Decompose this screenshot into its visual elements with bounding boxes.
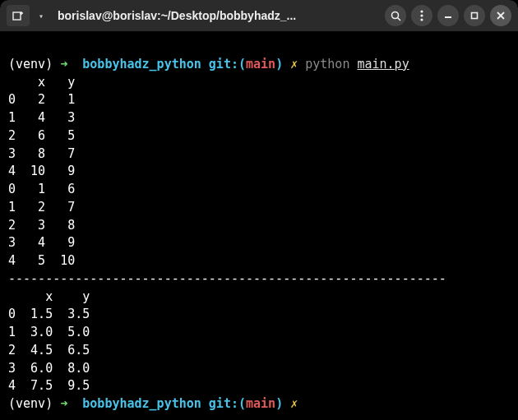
svg-point-6 (420, 14, 423, 16)
prompt-arrow-icon: ➜ (60, 396, 67, 411)
git-branch: main (246, 57, 275, 72)
venv-label: (venv) (8, 396, 53, 411)
df2-row: 4 7.5 9.5 (8, 378, 90, 393)
cmd-python: python (305, 57, 349, 72)
prompt-arrow-icon: ➜ (60, 57, 67, 72)
svg-point-3 (391, 12, 398, 18)
df2-row: 3 6.0 8.0 (8, 361, 90, 376)
minimize-button[interactable] (437, 5, 459, 26)
df1-row: 2 6 5 (8, 128, 75, 143)
dirty-icon: ✗ (290, 396, 298, 411)
svg-rect-9 (472, 13, 478, 19)
svg-rect-0 (13, 12, 21, 20)
df1-row: 3 8 7 (8, 146, 75, 161)
df1-header: x y (8, 75, 75, 90)
git-close: ) (275, 57, 283, 72)
df1-row: 0 2 1 (8, 92, 75, 107)
dirty-icon: ✗ (290, 57, 298, 72)
git-label: git:( (209, 396, 246, 411)
df1-row: 1 2 7 (8, 200, 75, 215)
svg-line-4 (397, 17, 400, 21)
df1-row: 4 10 9 (8, 164, 75, 178)
svg-point-7 (420, 18, 423, 21)
git-label: git:( (209, 57, 246, 72)
df2-header: x y (8, 289, 90, 304)
prompt-dir: bobbyhadz_python (82, 396, 201, 411)
tab-menu-chevron-icon[interactable]: ▾ (35, 12, 48, 21)
window-title: borislav@borislav:~/Desktop/bobbyhadz_..… (53, 9, 380, 22)
menu-button[interactable] (411, 5, 432, 26)
prompt-line-2: (venv) ➜ bobbyhadz_python git:(main) ✗ (8, 396, 298, 411)
separator: ----------------------------------------… (8, 271, 446, 286)
svg-point-5 (420, 10, 423, 12)
close-button[interactable] (490, 5, 511, 26)
search-button[interactable] (385, 5, 406, 26)
df1-row: 3 4 9 (8, 235, 75, 250)
df2-row: 1 3.0 5.0 (8, 325, 90, 339)
window-titlebar: ▾ borislav@borislav:~/Desktop/bobbyhadz_… (0, 0, 518, 31)
df2-row: 0 1.5 3.5 (8, 307, 90, 321)
df1-row: 0 1 6 (8, 182, 75, 196)
prompt-dir: bobbyhadz_python (82, 57, 201, 72)
prompt-line-1: (venv) ➜ bobbyhadz_python git:(main) ✗ p… (8, 57, 409, 72)
cmd-file: main.py (357, 57, 409, 72)
df1-row: 4 5 10 (8, 253, 75, 268)
df2-row: 2 4.5 6.5 (8, 343, 90, 358)
git-branch: main (246, 396, 275, 411)
git-close: ) (275, 396, 283, 411)
new-tab-button[interactable] (7, 5, 30, 26)
df1-row: 2 3 8 (8, 218, 75, 233)
maximize-button[interactable] (464, 5, 485, 26)
df1-row: 1 4 3 (8, 110, 75, 125)
terminal-body[interactable]: (venv) ➜ bobbyhadz_python git:(main) ✗ p… (0, 31, 518, 420)
venv-label: (venv) (8, 57, 53, 72)
